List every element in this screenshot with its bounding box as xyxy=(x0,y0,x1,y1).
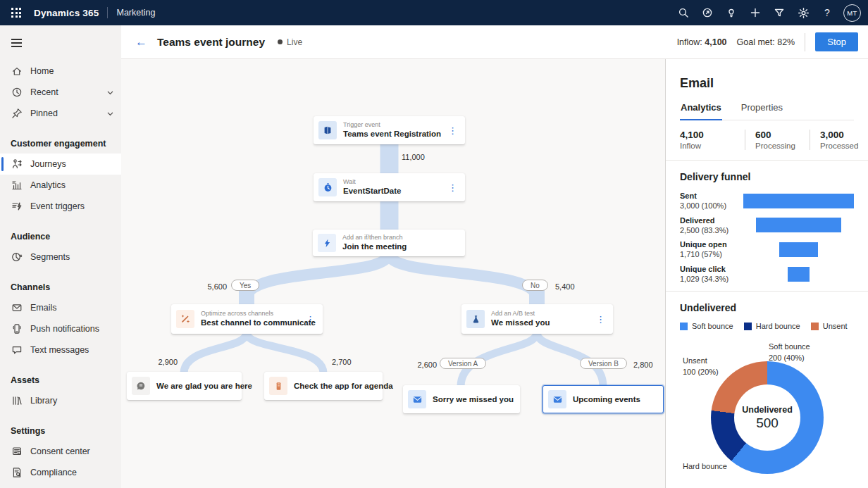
panel-title: Email xyxy=(680,76,854,91)
funnel-stage-name: Sent xyxy=(680,191,743,201)
sidebar-item-label: Library xyxy=(30,396,57,406)
funnel-stage-value: 2,500 (83.3%) xyxy=(680,225,743,235)
funnel-row: Unique click1,029 (34.3%) xyxy=(680,264,854,284)
back-arrow-icon[interactable]: ← xyxy=(135,35,147,49)
legend-item-soft-bounce: Soft bounce xyxy=(680,322,733,330)
funnel-row: Sent3,000 (100%) xyxy=(680,191,854,211)
more-options-icon[interactable]: ⋮ xyxy=(447,125,459,136)
legend-item-unsent: Unsent xyxy=(811,322,848,330)
chevron-down-icon[interactable] xyxy=(106,110,114,118)
branch-pill-yes: Yes xyxy=(231,280,259,291)
sidebar-item-emails[interactable]: Emails xyxy=(0,297,121,318)
funnel-stage-name: Unique open xyxy=(680,239,743,249)
lightbulb-icon[interactable] xyxy=(721,2,742,23)
callout-hard-bounce: Hard bounce xyxy=(683,461,727,473)
home-icon xyxy=(11,65,23,77)
metric-inflow: 4,100Inflow xyxy=(680,130,739,150)
sidebar-item-recent[interactable]: Recent xyxy=(0,82,121,103)
status-badge: Live xyxy=(278,37,302,47)
more-options-icon[interactable]: ⋮ xyxy=(447,182,459,193)
page-title: Teams event journey xyxy=(157,36,265,49)
sidebar-item-home[interactable]: Home xyxy=(0,61,121,82)
chevron-down-icon[interactable] xyxy=(106,89,114,96)
help-icon[interactable]: ? xyxy=(817,2,838,23)
sidebar-section-title: Customer engagement xyxy=(0,139,121,149)
segments-icon xyxy=(11,251,23,263)
sidebar-item-text-messages[interactable]: Text messages xyxy=(0,339,121,361)
journey-node-optimize[interactable]: Optimize across channels Best channel to… xyxy=(171,304,323,334)
sidebar-nav: HomeRecentPinnedCustomer engagementJourn… xyxy=(0,61,121,488)
add-icon[interactable] xyxy=(745,2,766,23)
node-type-label: Add an if/then branch xyxy=(342,234,407,242)
node-name-label: We missed you xyxy=(491,318,550,327)
pinned-icon xyxy=(11,108,23,120)
legend-swatch xyxy=(680,323,688,330)
live-dot-icon xyxy=(278,39,283,44)
app-phone-icon xyxy=(269,377,287,395)
sidebar-item-consent-center[interactable]: Consent center xyxy=(0,441,121,462)
trigger-event-icon xyxy=(318,121,337,139)
sidebar-item-compliance[interactable]: Compliance xyxy=(0,462,121,483)
funnel-title: Delivery funnel xyxy=(680,171,854,182)
section-divider xyxy=(666,160,868,161)
sidebar-item-label: Segments xyxy=(30,252,70,262)
node-type-label: Add an A/B test xyxy=(491,310,550,318)
branch-pill-version-a: Version A xyxy=(440,358,486,369)
sidebar-item-segments[interactable]: Segments xyxy=(0,246,121,268)
node-name-label: EventStartDate xyxy=(343,186,401,196)
flow-count-label: 2,700 xyxy=(332,358,352,366)
journey-node-chat-message[interactable]: We are glad you are here xyxy=(127,372,242,400)
push-icon xyxy=(11,323,23,335)
journey-node-trigger[interactable]: Trigger event Teams event Registration ⋮ xyxy=(314,116,465,144)
optimize-wand-icon xyxy=(176,310,194,328)
sidebar-item-label: Event triggers xyxy=(30,201,85,211)
sidebar-item-label: Consent center xyxy=(30,446,90,456)
status-label: Live xyxy=(287,37,302,47)
sidebar-item-label: Recent xyxy=(30,87,58,97)
more-options-icon[interactable]: ⋮ xyxy=(304,314,316,325)
node-type-label: Optimize across channels xyxy=(201,310,298,318)
hamburger-icon[interactable] xyxy=(4,31,32,55)
inflow-stat: Inflow: 4,100 xyxy=(677,37,727,47)
funnel-row: Delivered2,500 (83.3%) xyxy=(680,215,854,236)
sidebar-item-label: Home xyxy=(30,66,54,76)
branch-bolt-icon xyxy=(318,234,336,252)
sidebar-item-pinned[interactable]: Pinned xyxy=(0,103,121,124)
chat-bubble-icon xyxy=(132,377,150,395)
undelivered-chart-area: Soft bounce200 (40%) Unsent100 (20%) Har… xyxy=(666,330,868,488)
journey-node-email-version-b-selected[interactable]: Upcoming events xyxy=(542,385,664,413)
callout-soft-bounce: Soft bounce200 (40%) xyxy=(769,342,810,364)
tab-analytics[interactable]: Analytics xyxy=(680,102,722,120)
search-icon[interactable] xyxy=(673,2,694,23)
journey-node-wait[interactable]: Wait EventStartDate ⋮ xyxy=(314,173,465,201)
user-avatar[interactable]: MT xyxy=(843,4,861,22)
sidebar-item-event-triggers[interactable]: Event triggers xyxy=(0,196,121,217)
tab-properties[interactable]: Properties xyxy=(740,102,783,120)
sidebar-section-title: Settings xyxy=(0,426,121,436)
sidebar-item-push-notifications[interactable]: Push notifications xyxy=(0,318,121,339)
settings-icon[interactable] xyxy=(793,2,814,23)
more-options-icon[interactable]: ⋮ xyxy=(595,314,607,325)
flow-count-label: 5,600 xyxy=(192,282,227,291)
guided-tour-icon[interactable] xyxy=(697,2,718,23)
flow-count-label: 5,400 xyxy=(555,282,575,291)
sidebar-item-analytics[interactable]: Analytics xyxy=(0,175,121,196)
journey-node-if-then[interactable]: Add an if/then branch Join the meeting xyxy=(313,230,465,256)
email-envelope-icon xyxy=(548,390,566,408)
sidebar-item-[interactable] xyxy=(0,483,121,488)
waffle-icon[interactable] xyxy=(6,4,27,22)
panel-tabs: Analytics Properties xyxy=(680,102,854,120)
metrics-row: 4,100Inflow 600Processing 3,000Processed xyxy=(666,120,868,160)
sidebar-item-label: Push notifications xyxy=(30,324,99,334)
journey-node-push-message[interactable]: Check the app for agenda xyxy=(264,372,383,400)
journey-node-email-version-a[interactable]: Sorry we missed you xyxy=(403,385,520,413)
branch-pill-no: No xyxy=(522,280,548,291)
sidebar-item-journeys[interactable]: Journeys xyxy=(0,154,121,175)
filter-icon[interactable] xyxy=(769,2,790,23)
analytics-panel: Email Analytics Properties 4,100Inflow 6… xyxy=(665,59,868,488)
stop-button[interactable]: Stop xyxy=(815,32,858,51)
sidebar-item-library[interactable]: Library xyxy=(0,390,121,411)
journey-canvas[interactable]: Trigger event Teams event Registration ⋮… xyxy=(121,59,665,488)
journey-node-ab-test[interactable]: Add an A/B test We missed you ⋮ xyxy=(461,304,613,334)
funnel-stage-value: 1,710 (57%) xyxy=(680,249,743,259)
